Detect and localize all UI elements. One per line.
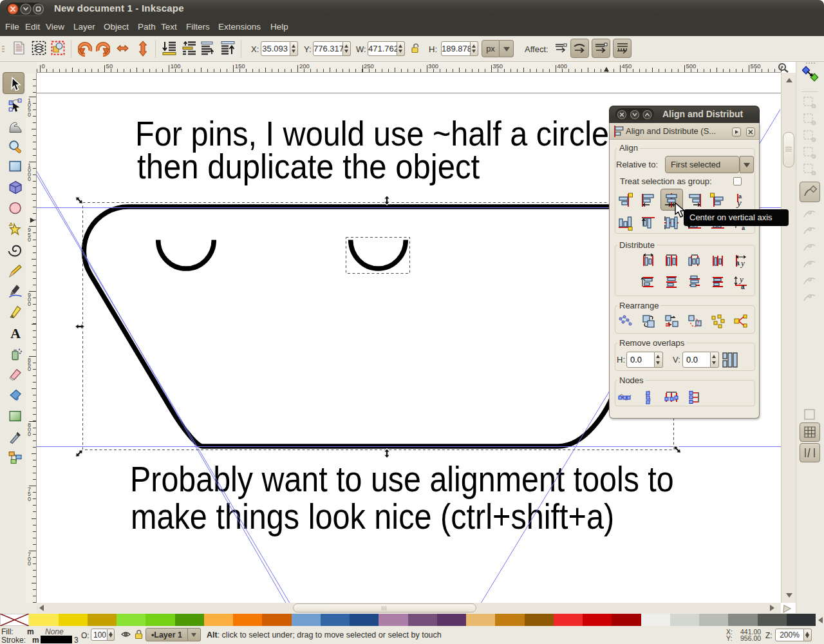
svg-text:a: a <box>741 283 745 290</box>
svg-text:A: A <box>10 327 21 342</box>
svg-text:y: y <box>738 274 744 284</box>
svg-text:a: a <box>736 260 740 267</box>
svg-text:y: y <box>736 198 742 208</box>
svg-text:y: y <box>740 258 745 268</box>
